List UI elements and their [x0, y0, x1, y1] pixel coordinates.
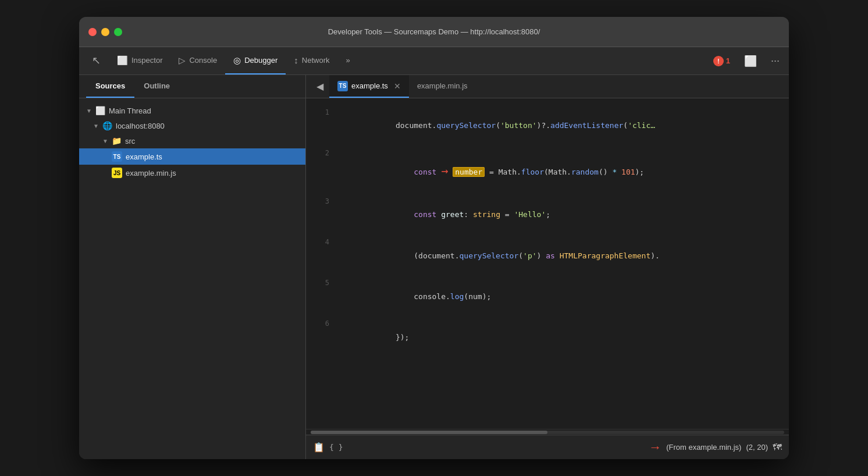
source-map-origin: (From example.min.js) [666, 443, 741, 452]
close-button[interactable] [88, 28, 97, 36]
file-tree: ▼ ⬜ Main Thread ▼ 🌐 localhost:8080 ▼ 📁 s… [79, 98, 305, 459]
arrow-icon: ▼ [102, 138, 108, 144]
main-thread-label: Main Thread [109, 106, 151, 115]
frame-icon: ⬜ [95, 106, 105, 115]
collapse-icon: ◀ [316, 81, 323, 92]
tab-outline[interactable]: Outline [134, 75, 179, 98]
toolbar-right: ! 1 ⬜ ··· [709, 47, 784, 74]
error-icon: ! [713, 56, 724, 66]
code-tab-ts-label: example.ts [351, 81, 388, 90]
code-line-4: 4 (document.querySelector('p') as HTMLPa… [306, 235, 789, 276]
code-tab-js-label: example.min.js [417, 81, 468, 90]
file-js-label: example.min.js [126, 169, 176, 177]
code-line-1: 1 document.querySelector('button')?.addE… [306, 105, 789, 146]
toolbar: ↖ ⬜ Inspector ▷ Console ◎ Debugger ↕ Net… [79, 47, 789, 75]
tab-inspector[interactable]: ⬜ Inspector [109, 47, 170, 74]
arrow-icon: ▼ [93, 123, 99, 129]
inspector-icon: ⬜ [117, 55, 128, 66]
left-panel: Sources Outline ▼ ⬜ Main Thread ▼ 🌐 loca… [79, 75, 306, 459]
console-icon: ▷ [179, 55, 186, 66]
tree-file-ts[interactable]: TS example.ts [79, 148, 305, 165]
more-tabs-button[interactable]: » [337, 47, 358, 74]
tree-localhost[interactable]: ▼ 🌐 localhost:8080 [79, 118, 305, 133]
status-bar: 📋 { } → (From example.min.js) (2, 20) 🗺 [306, 435, 789, 459]
localhost-label: localhost:8080 [116, 122, 165, 130]
arrow-icon: ▼ [86, 108, 92, 114]
format-icon[interactable]: 📋 [313, 442, 325, 453]
responsive-design-button[interactable]: ⬜ [739, 55, 762, 68]
network-icon: ↕ [294, 55, 298, 65]
code-line-3: 3 const greet: string = 'Hello'; [306, 194, 789, 235]
horizontal-scrollbar[interactable] [306, 429, 789, 435]
src-label: src [125, 137, 135, 145]
maximize-button[interactable] [114, 28, 122, 36]
error-badge[interactable]: ! 1 [709, 56, 735, 66]
globe-icon: 🌐 [102, 121, 112, 130]
more-tabs-icon: » [346, 56, 350, 65]
debugger-icon: ◎ [233, 55, 241, 66]
code-line-6: 6 }); [306, 317, 789, 357]
debugger-label: Debugger [244, 56, 278, 65]
sources-label: Sources [95, 81, 125, 90]
ts-tab-icon: TS [337, 81, 348, 91]
code-line-5: 5 console.log(num); [306, 276, 789, 317]
ts-icon: TS [112, 151, 122, 162]
folder-icon: 📁 [112, 136, 122, 145]
tree-file-js[interactable]: JS example.min.js [79, 165, 305, 181]
inspector-label: Inspector [131, 56, 162, 65]
panel-tabs: Sources Outline [79, 75, 305, 98]
tab-cursor[interactable]: ↖ [84, 47, 109, 74]
close-tab-button[interactable]: ✕ [394, 81, 401, 91]
window-title: Developer Tools — Sourcemaps Demo — http… [328, 27, 540, 36]
tab-network[interactable]: ↕ Network [286, 47, 337, 74]
main-content: Sources Outline ▼ ⬜ Main Thread ▼ 🌐 loca… [79, 75, 789, 459]
traffic-lights [88, 28, 122, 36]
more-options-button[interactable]: ··· [766, 55, 784, 67]
code-tabs: ◀ TS example.ts ✕ example.min.js [306, 75, 789, 98]
scrollbar-thumb[interactable] [311, 431, 547, 434]
code-panel: ◀ TS example.ts ✕ example.min.js 1 docum… [306, 75, 789, 459]
minimize-button[interactable] [101, 28, 109, 36]
title-bar: Developer Tools — Sourcemaps Demo — http… [79, 17, 789, 47]
tab-console[interactable]: ▷ Console [170, 47, 225, 74]
status-arrow-icon: → [649, 440, 661, 455]
pretty-print-button[interactable]: { } [329, 443, 343, 452]
js-icon: JS [112, 168, 122, 178]
code-editor[interactable]: 1 document.querySelector('button')?.addE… [306, 98, 789, 429]
console-label: Console [189, 56, 217, 65]
code-tab-js[interactable]: example.min.js [409, 75, 476, 98]
scrollbar-track[interactable] [311, 431, 784, 434]
tab-sources[interactable]: Sources [86, 75, 134, 98]
devtools-window: Developer Tools — Sourcemaps Demo — http… [79, 17, 789, 459]
file-ts-label: example.ts [126, 152, 162, 161]
network-label: Network [302, 56, 330, 65]
collapse-sidebar-button[interactable]: ◀ [311, 75, 329, 98]
tree-src[interactable]: ▼ 📁 src [79, 133, 305, 148]
outline-label: Outline [144, 81, 170, 90]
code-line-2: 2 const →number = Math.floor(Math.random… [306, 146, 789, 194]
tab-debugger[interactable]: ◎ Debugger [225, 47, 286, 74]
code-tab-ts[interactable]: TS example.ts ✕ [329, 75, 409, 98]
cursor-position: (2, 20) [746, 443, 768, 452]
source-map-icon[interactable]: 🗺 [773, 442, 782, 453]
error-count: 1 [726, 56, 730, 65]
tree-main-thread[interactable]: ▼ ⬜ Main Thread [79, 103, 305, 118]
